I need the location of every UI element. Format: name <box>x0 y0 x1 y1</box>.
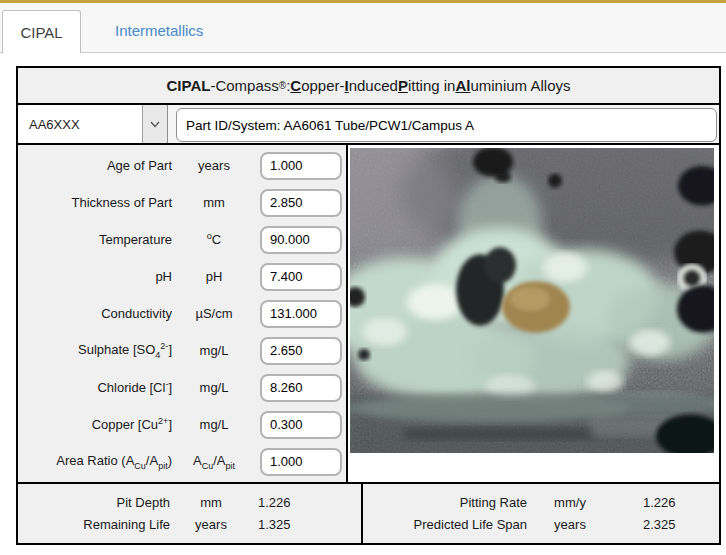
output-unit: mm/y <box>527 495 613 510</box>
alloy-select-value: AA6XXX <box>18 117 142 132</box>
output-row-pit-depth: Pit Depthmm1.226 <box>18 495 361 510</box>
field-input-cell <box>256 448 346 476</box>
form-row-sulphate-so42: Sulphate [SO42-]mg/L <box>18 332 346 369</box>
tab-intermetallics[interactable]: Intermetallics <box>97 9 221 52</box>
tab-bar: CIPAL Intermetallics <box>0 3 726 53</box>
cipal-panel: CIPAL-Compass®: Copper-Induced Pitting i… <box>16 66 721 545</box>
output-unit: mm <box>170 495 252 510</box>
results-right: Pitting Ratemm/y1.226Predicted Life Span… <box>363 484 719 543</box>
output-label: Predicted Life Span <box>363 517 527 532</box>
output-value: 1.325 <box>252 517 361 532</box>
age-of-part-input[interactable] <box>260 152 342 180</box>
output-value: 2.325 <box>613 517 719 532</box>
field-input-cell <box>256 189 346 217</box>
tab-cipal[interactable]: CIPAL <box>2 10 81 53</box>
field-input-cell <box>256 337 346 365</box>
field-label: Area Ratio (ACu/Apit) <box>18 453 172 471</box>
selector-row: AA6XXX <box>18 105 719 145</box>
field-label: Conductivity <box>18 306 172 321</box>
form-row-conductivity: ConductivityµS/cm <box>18 295 346 332</box>
thickness-of-part-input[interactable] <box>260 189 342 217</box>
field-label: Sulphate [SO42-] <box>18 341 172 360</box>
output-label: Pitting Rate <box>363 495 527 510</box>
sulphate-so42-input[interactable] <box>260 337 342 365</box>
field-unit: mm <box>172 195 256 210</box>
part-id-input[interactable] <box>176 108 717 142</box>
area-ratio-acu-apit-input[interactable] <box>260 448 342 476</box>
field-label: pH <box>18 269 172 284</box>
output-row-pitting-rate: Pitting Ratemm/y1.226 <box>363 495 719 510</box>
tab-cipal-label: CIPAL <box>20 24 62 41</box>
field-label: Temperature <box>18 232 172 247</box>
output-value: 1.226 <box>613 495 719 510</box>
output-row-predicted-life-span: Predicted Life Spanyears2.325 <box>363 517 719 532</box>
field-label: Thickness of Part <box>18 195 172 210</box>
field-input-cell <box>256 374 346 402</box>
form-row-area-ratio-acu-apit: Area Ratio (ACu/Apit)ACu/Apit <box>18 443 346 480</box>
chevron-down-icon <box>142 105 167 143</box>
temperature-input[interactable] <box>260 226 342 254</box>
main-area: Age of PartyearsThickness of PartmmTempe… <box>18 145 719 484</box>
panel-title: CIPAL-Compass®: Copper-Induced Pitting i… <box>18 68 719 105</box>
field-unit: µS/cm <box>172 306 256 321</box>
output-unit: years <box>170 517 252 532</box>
input-form: Age of PartyearsThickness of PartmmTempe… <box>18 145 348 482</box>
field-unit: mg/L <box>172 343 256 358</box>
field-input-cell <box>256 152 346 180</box>
field-input-cell <box>256 263 346 291</box>
form-row-temperature: TemperatureoC <box>18 221 346 258</box>
form-row-age-of-part: Age of Partyears <box>18 147 346 184</box>
app-window: CIPAL Intermetallics CIPAL-Compass®: Cop… <box>0 0 726 545</box>
form-row-chloride-cl: Chloride [Cl-]mg/L <box>18 369 346 406</box>
field-unit: years <box>172 158 256 173</box>
form-row-ph: pHpH <box>18 258 346 295</box>
conductivity-input[interactable] <box>260 300 342 328</box>
form-row-thickness-of-part: Thickness of Partmm <box>18 184 346 221</box>
field-label: Copper [Cu2+] <box>18 416 172 432</box>
field-unit: ACu/Apit <box>172 453 256 471</box>
output-value: 1.226 <box>252 495 361 510</box>
output-label: Pit Depth <box>18 495 170 510</box>
results-left: Pit Depthmm1.226Remaining Lifeyears1.325 <box>18 484 363 543</box>
output-unit: years <box>527 517 613 532</box>
field-label: Chloride [Cl-] <box>18 379 172 395</box>
field-input-cell <box>256 411 346 439</box>
field-unit: oC <box>172 231 256 247</box>
form-row-copper-cu2: Copper [Cu2+]mg/L <box>18 406 346 443</box>
output-row-remaining-life: Remaining Lifeyears1.325 <box>18 517 361 532</box>
copper-cu2-input[interactable] <box>260 411 342 439</box>
ph-input[interactable] <box>260 263 342 291</box>
field-unit: mg/L <box>172 380 256 395</box>
tab-intermetallics-label: Intermetallics <box>115 22 203 39</box>
field-unit: mg/L <box>172 417 256 432</box>
chloride-cl-input[interactable] <box>260 374 342 402</box>
results-section: Pit Depthmm1.226Remaining Lifeyears1.325… <box>18 484 719 543</box>
field-label: Age of Part <box>18 158 172 173</box>
field-input-cell <box>256 226 346 254</box>
specimen-photo-cell <box>348 145 719 482</box>
alloy-select[interactable]: AA6XXX <box>18 105 168 143</box>
corrosion-specimen-photo <box>350 148 714 453</box>
output-label: Remaining Life <box>18 517 170 532</box>
field-unit: pH <box>172 269 256 284</box>
field-input-cell <box>256 300 346 328</box>
